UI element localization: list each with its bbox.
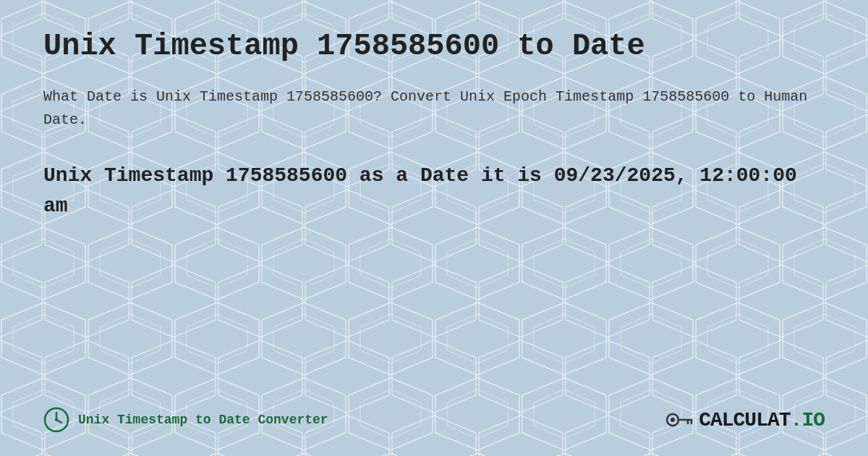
logo-icon bbox=[664, 405, 693, 434]
clock-icon bbox=[43, 407, 69, 433]
footer: Unix Timestamp to Date Converter CALCULA… bbox=[43, 405, 825, 434]
main-content: Unix Timestamp 1758585600 to Date What D… bbox=[0, 0, 868, 279]
converter-label: Unix Timestamp to Date Converter bbox=[78, 413, 328, 427]
svg-point-11 bbox=[671, 418, 675, 422]
svg-point-9 bbox=[55, 418, 58, 421]
result-text: Unix Timestamp 1758585600 as a Date it i… bbox=[43, 161, 825, 221]
logo-text: CALCULAT.IO bbox=[699, 409, 825, 431]
page-title: Unix Timestamp 1758585600 to Date bbox=[43, 29, 825, 64]
logo-area[interactable]: CALCULAT.IO bbox=[664, 405, 825, 434]
result-section: Unix Timestamp 1758585600 as a Date it i… bbox=[43, 161, 825, 221]
footer-converter-link[interactable]: Unix Timestamp to Date Converter bbox=[43, 407, 328, 433]
description-text: What Date is Unix Timestamp 1758585600? … bbox=[43, 85, 825, 132]
